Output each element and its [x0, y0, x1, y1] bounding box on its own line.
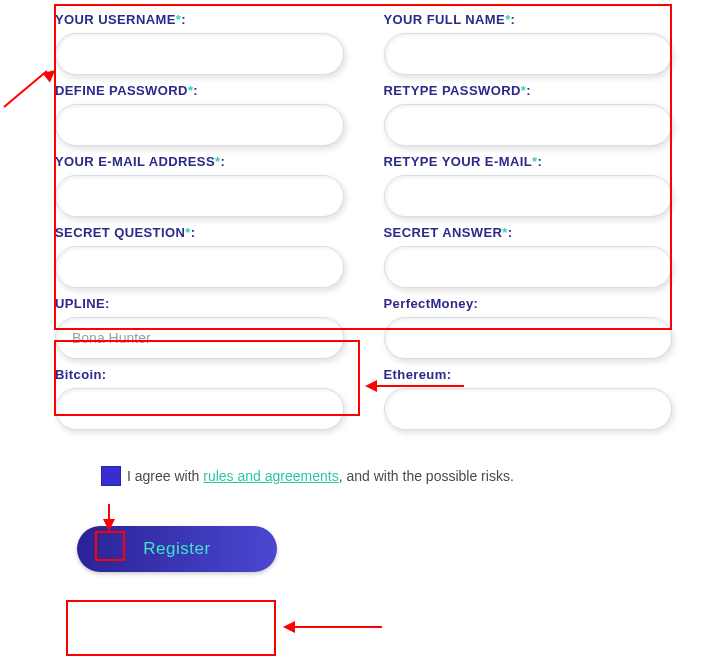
input-email[interactable] [55, 175, 344, 217]
rules-link[interactable]: rules and agreements [203, 468, 338, 484]
field-password: DEFINE PASSWORD*: [55, 83, 344, 146]
field-email2: RETYPE YOUR E-MAIL*: [384, 154, 673, 217]
label-ethereum: Ethereum: [384, 367, 673, 382]
label-secret-a: SECRET ANSWER*: [384, 225, 673, 240]
label-perfectmoney: PerfectMoney: [384, 296, 673, 311]
label-password2: RETYPE PASSWORD*: [384, 83, 673, 98]
label-bitcoin: Bitcoin: [55, 367, 344, 382]
agree-row: I agree with rules and agreements, and w… [101, 466, 672, 486]
row-username-fullname: YOUR USERNAME*: YOUR FULL NAME*: [55, 12, 672, 75]
registration-form: YOUR USERNAME*: YOUR FULL NAME*: DEFINE … [0, 0, 720, 592]
input-perfectmoney[interactable] [384, 317, 673, 359]
label-password: DEFINE PASSWORD*: [55, 83, 344, 98]
label-fullname: YOUR FULL NAME*: [384, 12, 673, 27]
agree-checkbox[interactable] [101, 466, 121, 486]
field-fullname: YOUR FULL NAME*: [384, 12, 673, 75]
annotation-arrow-register [286, 626, 382, 628]
field-upline: UPLINE: [55, 296, 344, 359]
annotation-box-register [66, 600, 276, 656]
input-fullname[interactable] [384, 33, 673, 75]
input-secret-a[interactable] [384, 246, 673, 288]
input-username[interactable] [55, 33, 344, 75]
label-upline: UPLINE: [55, 296, 344, 311]
field-ethereum: Ethereum: [384, 367, 673, 430]
field-password2: RETYPE PASSWORD*: [384, 83, 673, 146]
input-password[interactable] [55, 104, 344, 146]
input-secret-q[interactable] [55, 246, 344, 288]
row-secret: SECRET QUESTION*: SECRET ANSWER*: [55, 225, 672, 288]
label-email: YOUR E-MAIL ADDRESS*: [55, 154, 344, 169]
input-ethereum[interactable] [384, 388, 673, 430]
field-username: YOUR USERNAME*: [55, 12, 344, 75]
field-perfectmoney: PerfectMoney: [384, 296, 673, 359]
register-button[interactable]: Register [77, 526, 277, 572]
row-emails: YOUR E-MAIL ADDRESS*: RETYPE YOUR E-MAIL… [55, 154, 672, 217]
label-email2: RETYPE YOUR E-MAIL*: [384, 154, 673, 169]
row-bitcoin-eth: Bitcoin: Ethereum: [55, 367, 672, 430]
input-upline[interactable] [55, 317, 344, 359]
agree-text: I agree with rules and agreements, and w… [127, 468, 514, 484]
label-secret-q: SECRET QUESTION*: [55, 225, 344, 240]
row-upline-pm: UPLINE: PerfectMoney: [55, 296, 672, 359]
field-bitcoin: Bitcoin: [55, 367, 344, 430]
field-secret-q: SECRET QUESTION*: [55, 225, 344, 288]
input-bitcoin[interactable] [55, 388, 344, 430]
row-passwords: DEFINE PASSWORD*: RETYPE PASSWORD*: [55, 83, 672, 146]
input-email2[interactable] [384, 175, 673, 217]
field-secret-a: SECRET ANSWER*: [384, 225, 673, 288]
input-password2[interactable] [384, 104, 673, 146]
field-email: YOUR E-MAIL ADDRESS*: [55, 154, 344, 217]
label-username: YOUR USERNAME*: [55, 12, 344, 27]
